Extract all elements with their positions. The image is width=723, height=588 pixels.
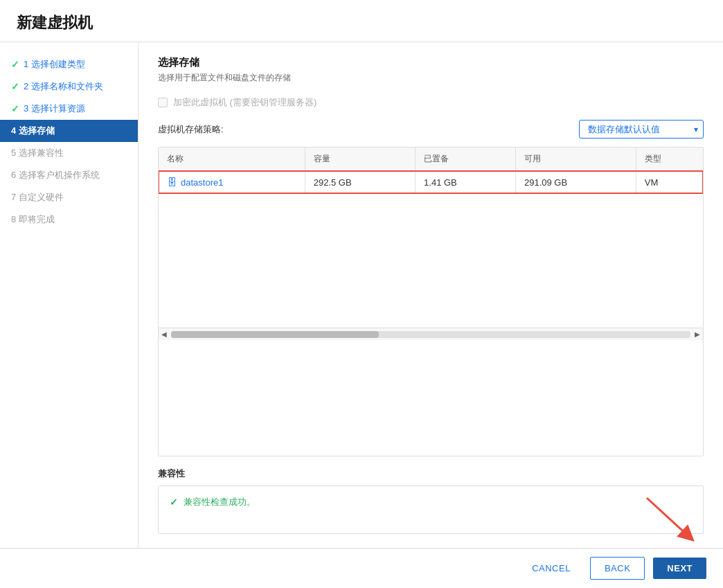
col-available: 可用 [516, 148, 636, 171]
scrollbar-track[interactable] [171, 331, 690, 338]
encrypt-label: 加密此虚拟机 (需要密钥管理服务器) [173, 96, 316, 109]
check-icon-3: ✓ [11, 103, 19, 114]
datastore-name-text: datastore1 [181, 177, 223, 188]
sidebar-item-step3[interactable]: ✓ 3 选择计算资源 [0, 98, 138, 120]
sidebar-item-step5: 5 选择兼容性 [0, 142, 138, 164]
compat-success-row: ✓ 兼容性检查成功。 [170, 496, 692, 508]
compat-label: 兼容性 [158, 467, 704, 480]
compat-message: 兼容性检查成功。 [184, 496, 256, 508]
encrypt-checkbox[interactable] [158, 98, 168, 107]
col-provisioned: 已置备 [416, 148, 516, 171]
check-icon-2: ✓ [11, 81, 19, 92]
sidebar-label-6: 6 选择客户机操作系统 [11, 169, 100, 181]
compat-box: ✓ 兼容性检查成功。 [158, 485, 704, 534]
database-icon: 🗄 [167, 177, 177, 188]
page-header: 新建虚拟机 [0, 0, 723, 42]
cell-available: 291.09 GB [516, 171, 636, 194]
cell-capacity: 292.5 GB [305, 171, 415, 194]
section-subtitle: 选择用于配置文件和磁盘文件的存储 [158, 72, 704, 84]
scrollbar-thumb[interactable] [171, 331, 379, 338]
policy-row: 虚拟机存储策略: 数据存储默认认值 ▾ [158, 120, 704, 139]
compat-check-icon: ✓ [170, 497, 178, 508]
page-title: 新建虚拟机 [17, 12, 706, 33]
policy-dropdown-wrapper: 数据存储默认认值 ▾ [579, 120, 704, 139]
back-button[interactable]: BACK [590, 557, 645, 580]
page-wrapper: 新建虚拟机 ✓ 1 选择创建类型 ✓ 2 选择名称和文件夹 ✓ 3 选择计算资源… [0, 0, 723, 588]
encrypt-checkbox-row: 加密此虚拟机 (需要密钥管理服务器) [158, 96, 704, 109]
sidebar-item-step6: 6 选择客户机操作系统 [0, 164, 138, 186]
table-row[interactable]: 🗄 datastore1 292.5 GB 1.41 GB 291.09 GB … [159, 171, 703, 194]
table-header-row: 名称 容量 已置备 可用 类型 [159, 148, 703, 171]
compatibility-section: 兼容性 ✓ 兼容性检查成功。 [158, 467, 704, 534]
content-area: 选择存储 选择用于配置文件和磁盘文件的存储 加密此虚拟机 (需要密钥管理服务器)… [139, 42, 723, 548]
sidebar-label-4: 4 选择存储 [11, 125, 55, 137]
policy-label: 虚拟机存储策略: [158, 123, 224, 136]
sidebar-label-5: 5 选择兼容性 [11, 147, 64, 159]
sidebar: ✓ 1 选择创建类型 ✓ 2 选择名称和文件夹 ✓ 3 选择计算资源 4 选择存… [0, 42, 139, 548]
main-content: ✓ 1 选择创建类型 ✓ 2 选择名称和文件夹 ✓ 3 选择计算资源 4 选择存… [0, 42, 723, 548]
storage-table: 名称 容量 已置备 可用 类型 🗄 [159, 148, 703, 193]
sidebar-label-7: 7 自定义硬件 [11, 191, 64, 204]
sidebar-label-8: 8 即将完成 [11, 213, 55, 226]
footer: CANCEL BACK NEXT [0, 548, 723, 588]
sidebar-label-3: 3 选择计算资源 [24, 103, 85, 115]
check-icon-1: ✓ [11, 59, 19, 70]
section-title: 选择存储 [158, 56, 704, 69]
horizontal-scrollbar[interactable]: ◀ ▶ [159, 328, 703, 340]
cell-type: VM [636, 171, 703, 194]
cancel-button[interactable]: CANCEL [521, 558, 582, 579]
sidebar-item-step7: 7 自定义硬件 [0, 186, 138, 208]
col-type: 类型 [636, 148, 703, 171]
sidebar-item-step4[interactable]: 4 选择存储 [0, 120, 138, 142]
cell-name: 🗄 datastore1 [159, 171, 305, 194]
sidebar-item-step2[interactable]: ✓ 2 选择名称和文件夹 [0, 75, 138, 98]
col-name: 名称 [159, 148, 305, 171]
scroll-right-button[interactable]: ▶ [692, 328, 703, 341]
next-button[interactable]: NEXT [653, 558, 706, 579]
sidebar-label-1: 1 选择创建类型 [24, 58, 85, 71]
col-capacity: 容量 [305, 148, 415, 171]
scroll-left-button[interactable]: ◀ [159, 328, 170, 341]
sidebar-item-step1[interactable]: ✓ 1 选择创建类型 [0, 53, 138, 75]
scroll-area: 名称 容量 已置备 可用 类型 🗄 [159, 148, 703, 328]
cell-provisioned: 1.41 GB [416, 171, 516, 194]
sidebar-label-2: 2 选择名称和文件夹 [24, 80, 103, 93]
sidebar-item-step8: 8 即将完成 [0, 208, 138, 231]
policy-dropdown[interactable]: 数据存储默认认值 [579, 120, 704, 139]
storage-table-wrapper: 名称 容量 已置备 可用 类型 🗄 [158, 147, 704, 456]
